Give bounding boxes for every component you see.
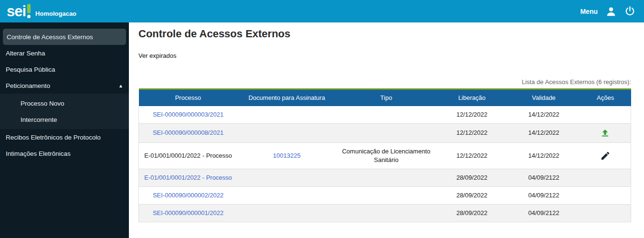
acessos-externos-table: Processo Documento para Assinatura Tipo … [138,88,631,222]
header-liberacao: Liberação [436,89,508,106]
sidebar-item-intimacoes-eletronicas[interactable]: Intimações Eletrônicas [0,145,129,162]
sei-logo[interactable]: sei Homologacao [7,4,76,19]
sidebar-item-label: Controle de Acessos Externos [7,33,93,41]
sidebar-item-label: Peticionamento [6,82,50,89]
table-row: SEI-000090/000001/2022 28/09/2022 04/09/… [139,204,631,222]
peticionamento-submenu: Processo Novo Intercorrente [0,94,129,129]
table-row: SEI-000090/000002/2022 28/09/2022 04/09/… [139,186,631,204]
validade-cell: 04/09/2122 [507,204,580,222]
processo-link[interactable]: SEI-000090/000002/2022 [153,192,223,199]
menu-button[interactable]: Menu [580,8,598,15]
user-icon[interactable] [605,6,617,17]
topbar-actions: Menu [580,6,635,17]
validade-cell: 04/09/2122 [507,169,580,186]
header-validade: Validade [507,89,580,106]
validade-cell: 14/12/2022 [507,142,580,169]
liberacao-cell: 12/12/2022 [436,106,508,124]
sidebar-item-label: Processo Novo [21,100,64,107]
sidebar-item-peticionamento[interactable]: Peticionamento ▲ [0,77,129,94]
liberacao-cell: 28/09/2022 [436,169,508,186]
processo-link[interactable]: SEI-000090/000008/2021 [153,129,223,136]
sidebar-item-processo-novo[interactable]: Processo Novo [0,95,129,111]
header-acoes: Ações [580,89,631,106]
upload-icon[interactable] [600,128,610,138]
tipo-cell: Comunicação de Licenciamento Sanitário [336,142,436,169]
sei-logo-exclamation-icon [27,4,31,18]
sidebar-item-recibos-eletronicos[interactable]: Recibos Eletrônicos de Protocolo [0,129,129,145]
sei-logo-text: sei [7,4,26,19]
header-processo: Processo [139,89,238,106]
validade-cell: 14/12/2022 [507,123,580,142]
header-documento: Documento para Assinatura [237,89,336,106]
topbar: sei Homologacao Menu [0,0,644,22]
sidebar-item-label: Pesquisa Pública [6,66,55,73]
processo-link[interactable]: SEI-000090/000003/2021 [153,111,223,118]
processo-text: E-01/001/0001/2022 - Processo [139,142,238,169]
table-row: E-01/001/0001/2022 - Processo 10013225 C… [139,142,631,169]
sign-pen-icon[interactable] [600,151,611,161]
chevron-up-icon: ▲ [118,83,123,88]
sidebar-item-label: Alterar Senha [6,50,45,57]
sidebar-item-label: Recibos Eletrônicos de Protocolo [6,134,101,141]
sidebar-item-label: Intimações Eletrônicas [6,150,71,157]
header-tipo: Tipo [336,89,436,106]
table-row: E-01/001/0001/2022 - Processo 28/09/2022… [139,169,631,186]
table-row: SEI-000090/000003/2021 12/12/2022 14/12/… [139,106,631,124]
liberacao-cell: 28/09/2022 [436,204,508,222]
sidebar-item-label: Intercorrente [21,116,57,123]
sidebar-item-controle-de-acessos-externos[interactable]: Controle de Acessos Externos [3,29,126,45]
liberacao-cell: 12/12/2022 [436,142,508,169]
main-content: Controle de Acessos Externos Ver expirad… [129,22,644,238]
validade-cell: 04/09/2122 [507,186,580,204]
environment-label: Homologacao [35,10,76,17]
list-caption: Lista de Acessos Externos (6 registros): [138,78,631,86]
liberacao-cell: 12/12/2022 [436,123,508,142]
page-title: Controle de Acessos Externos [138,28,631,40]
liberacao-cell: 28/09/2022 [436,186,508,204]
table-header-row: Processo Documento para Assinatura Tipo … [139,89,631,106]
power-icon[interactable] [624,6,635,17]
sidebar: Controle de Acessos Externos Alterar Sen… [0,22,129,238]
sidebar-item-intercorrente[interactable]: Intercorrente [0,111,129,128]
validade-cell: 14/12/2022 [507,106,580,124]
processo-link[interactable]: E-01/001/0001/2022 - Processo [144,174,232,181]
sidebar-item-alterar-senha[interactable]: Alterar Senha [0,45,129,61]
ver-expirados-link[interactable]: Ver expirados [138,52,177,59]
table-row: SEI-000090/000008/2021 12/12/2022 14/12/… [139,123,631,142]
documento-link[interactable]: 10013225 [273,152,301,159]
processo-link[interactable]: SEI-000090/000001/2022 [153,209,223,216]
sidebar-item-pesquisa-publica[interactable]: Pesquisa Pública [0,61,129,77]
